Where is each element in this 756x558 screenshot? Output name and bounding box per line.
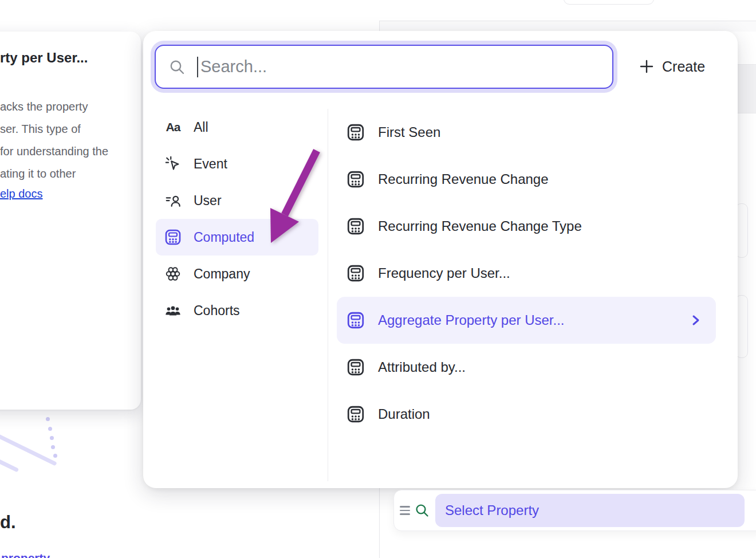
- calculator-icon: [346, 357, 365, 377]
- search-field[interactable]: [155, 45, 613, 89]
- calculator-icon: [346, 217, 365, 236]
- horizontal-divider: [380, 21, 756, 21]
- category-item-user[interactable]: User: [156, 182, 318, 219]
- cutoff-link-fragment: property: [1, 551, 64, 558]
- create-button[interactable]: Create: [635, 52, 710, 81]
- decorative-dot: [48, 427, 52, 431]
- background-button-sliver: [564, 0, 654, 5]
- background-strip: [380, 21, 756, 32]
- decorative-dot: [53, 454, 57, 458]
- decorative-line: [0, 433, 57, 466]
- property-item-recurring-revenue-change-type[interactable]: Recurring Revenue Change Type: [337, 203, 716, 250]
- category-item-computed[interactable]: Computed: [156, 219, 318, 256]
- category-item-all[interactable]: Aa All: [156, 109, 318, 146]
- user-list-icon: [164, 191, 182, 210]
- property-item-aggregate-property-per-user[interactable]: Aggregate Property per User...: [337, 297, 716, 344]
- tooltip-body: acks the property ser. This type of for …: [0, 96, 108, 185]
- property-tooltip-card: rty per User... acks the property ser. T…: [0, 32, 141, 410]
- property-item-frequency-per-user[interactable]: Frequency per User...: [337, 250, 716, 297]
- decorative-line: [0, 448, 19, 472]
- property-item-attributed-by[interactable]: Attributed by...: [337, 344, 716, 391]
- category-list: Aa All Event Use: [156, 109, 318, 329]
- select-property-button[interactable]: Select Property: [435, 494, 745, 527]
- property-selector-popover: Create Aa All Event: [143, 31, 738, 488]
- property-item-duration[interactable]: Duration: [337, 391, 716, 438]
- drag-handle-icon[interactable]: [400, 506, 410, 515]
- search-icon: [168, 58, 186, 76]
- app-background: d. property rty per User... acks the pro…: [0, 0, 756, 558]
- column-divider: [328, 109, 328, 481]
- chevron-right-icon: [692, 314, 700, 327]
- cursor-click-icon: [164, 155, 182, 173]
- company-cluster-icon: [164, 265, 182, 283]
- decorative-dot: [46, 417, 50, 421]
- cutoff-heading-fragment: d.: [0, 512, 16, 533]
- calculator-icon: [346, 170, 365, 189]
- calculator-icon: [164, 228, 182, 246]
- category-item-event[interactable]: Event: [156, 146, 318, 182]
- calculator-icon: [346, 264, 365, 283]
- aa-text-icon: Aa: [164, 118, 182, 136]
- plus-icon: [639, 59, 654, 74]
- calculator-icon: [346, 311, 365, 330]
- help-docs-link[interactable]: elp docs: [0, 187, 43, 201]
- category-item-cohorts[interactable]: Cohorts: [156, 292, 318, 329]
- decorative-dot: [50, 436, 54, 440]
- category-item-company[interactable]: Company: [156, 256, 318, 292]
- search-input[interactable]: [200, 57, 612, 76]
- property-bar: Select Property: [393, 490, 756, 531]
- property-search-icon: [415, 503, 430, 518]
- property-item-recurring-revenue-change[interactable]: Recurring Revenue Change: [337, 156, 716, 203]
- decorative-dot: [51, 445, 55, 449]
- property-item-first-seen[interactable]: First Seen: [337, 109, 716, 156]
- property-list: First Seen Recurring Revenue Change: [337, 109, 716, 438]
- calculator-icon: [346, 404, 365, 424]
- calculator-icon: [346, 123, 365, 142]
- tooltip-title: rty per User...: [0, 50, 88, 66]
- cohorts-people-icon: [164, 301, 182, 320]
- background-table-band: [738, 64, 756, 113]
- text-cursor: [197, 57, 198, 77]
